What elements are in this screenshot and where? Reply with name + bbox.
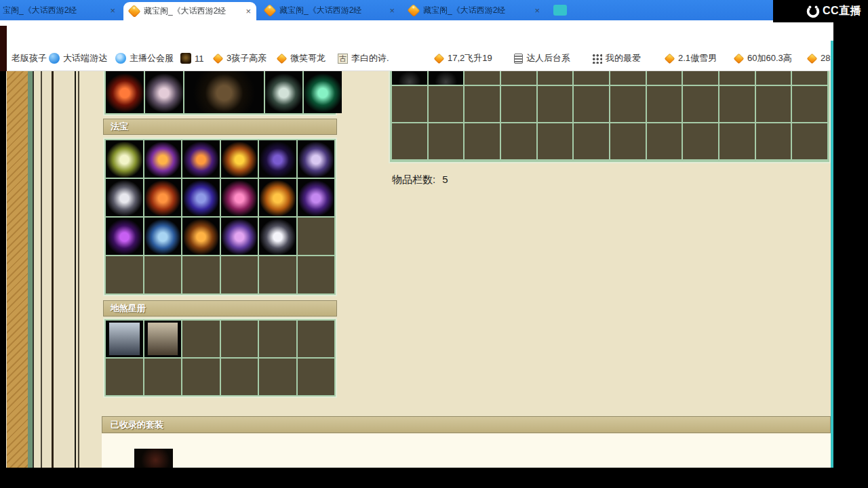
fabao-item-golden-bloom[interactable] xyxy=(259,179,296,216)
empty-slot xyxy=(465,123,500,159)
bookmark-label: 大话端游达 xyxy=(63,52,107,64)
equip-item-jeweled-boots[interactable] xyxy=(145,71,183,113)
bookmark-item[interactable]: 17,2飞升19 xyxy=(434,46,492,70)
doc-grey-icon xyxy=(514,54,523,64)
empty-slot xyxy=(719,86,755,122)
bookmark-item[interactable]: 微笑哥龙 xyxy=(277,46,326,70)
empty-slot xyxy=(574,123,609,159)
golden-flame-pillar-icon xyxy=(221,140,258,178)
fabao-item-azure-scroll[interactable] xyxy=(182,179,220,216)
empty-slot xyxy=(182,321,220,357)
fabao-item-amber-idol[interactable] xyxy=(182,218,220,255)
empty-slot xyxy=(792,86,827,122)
tab-title: 藏宝阁_《大话西游2经 xyxy=(144,5,241,17)
empty-slot xyxy=(429,86,464,122)
empty-slot xyxy=(144,256,182,293)
equip-item-dark-robe-figure[interactable] xyxy=(184,71,264,113)
bookmark-label: 微笑哥龙 xyxy=(290,52,326,64)
new-tab-button[interactable] xyxy=(553,5,567,16)
bookmark-label: 达人后台系 xyxy=(526,52,570,64)
empty-slot xyxy=(392,86,427,122)
empty-slot xyxy=(538,86,573,122)
bookmark-item[interactable]: 2.1傲雪男 xyxy=(665,46,717,70)
cbg-diamond-icon xyxy=(277,53,288,64)
page-border-strip xyxy=(54,71,75,468)
empty-slot xyxy=(538,123,573,159)
fabao-item-golden-flame-pillar[interactable] xyxy=(221,140,258,178)
fabao-item-flame-lute[interactable] xyxy=(182,140,220,178)
bookmark-item[interactable]: 60加60.3高 xyxy=(734,46,792,70)
jeweled-boots-icon xyxy=(145,71,183,113)
empty-slot xyxy=(298,359,335,395)
fabao-item-burning-tablet[interactable] xyxy=(144,140,182,178)
browser-toolbar: https://xy2.cbg.163.com/equip?s=19&eid=2… xyxy=(0,20,833,46)
disha-section-title: 地煞星册 xyxy=(111,303,146,313)
cbg-diamond-icon xyxy=(665,53,675,64)
equip-item-red-lantern-charm[interactable] xyxy=(106,71,144,113)
empty-slot xyxy=(465,71,500,85)
page-content: 法宝 地煞星册 物品栏数:5 已收录的套装 xyxy=(0,71,833,468)
close-tab-icon[interactable]: × xyxy=(245,6,251,16)
empty-slot xyxy=(574,71,609,85)
bookmark-label: 我的最爱 xyxy=(606,52,641,64)
empty-slot xyxy=(610,86,646,122)
bookmark-label: 主播公会服 xyxy=(130,52,174,64)
bookmark-item[interactable]: 大话端游达 xyxy=(49,46,107,70)
fabao-item-silver-mirror[interactable] xyxy=(259,218,296,255)
disha-section-header: 地煞星册 xyxy=(103,300,337,317)
fabao-item-silver-fan[interactable] xyxy=(106,179,143,216)
red-lantern-charm-icon xyxy=(106,71,144,113)
fabao-item-frost-gauntlet[interactable] xyxy=(144,218,182,255)
fabao-item-purple-whip[interactable] xyxy=(106,218,143,255)
burning-tablet-icon xyxy=(144,140,182,178)
bookmark-item[interactable]: 3孩子高亲 xyxy=(213,46,267,70)
gold-pattern-strip xyxy=(7,71,28,468)
fabao-item-blossom-wand[interactable] xyxy=(221,218,258,255)
close-tab-icon[interactable]: × xyxy=(534,5,540,16)
fabao-item-dark-ring-orb[interactable] xyxy=(259,140,296,178)
close-tab-icon[interactable]: × xyxy=(389,5,395,16)
equip-item-jade-orb[interactable] xyxy=(304,71,342,113)
bookmark-item[interactable]: 我的最爱 xyxy=(591,46,641,70)
cbg-diamond-icon xyxy=(734,53,745,64)
bookmark-item[interactable]: 主播公会服 xyxy=(115,46,174,70)
bookmark-label: 老版孩子 xyxy=(12,52,47,64)
fabao-item-flame-bell[interactable] xyxy=(144,179,182,216)
empty-slot xyxy=(501,86,536,122)
close-tab-icon[interactable]: × xyxy=(110,5,115,16)
fabao-item-rosy-lantern[interactable] xyxy=(221,179,258,216)
right-black-panel xyxy=(833,0,868,488)
fabao-item-spirit-claw[interactable] xyxy=(298,140,335,178)
tab-cbg-1[interactable]: 宝阁_《大话西游2经 × xyxy=(0,1,121,19)
bookmark-label: 2.1傲雪男 xyxy=(678,52,717,64)
bookmark-item[interactable]: 古李白的诗. xyxy=(338,46,389,70)
silver-mirror-icon xyxy=(259,218,296,255)
fabao-item-glowing-tome[interactable] xyxy=(106,140,143,178)
cbg-diamond-icon xyxy=(434,53,445,64)
tab-cbg-2-active[interactable]: 藏宝阁_《大话西游2经 × xyxy=(123,2,256,20)
bookmark-item[interactable]: 11 xyxy=(180,46,204,70)
empty-slot xyxy=(392,123,427,159)
disha-star-card-warrior-2[interactable] xyxy=(144,321,182,357)
inventory-item[interactable] xyxy=(392,71,427,85)
item-count-label: 物品栏数: xyxy=(392,174,435,185)
inventory-item[interactable] xyxy=(429,71,464,85)
flame-lute-icon xyxy=(182,140,220,178)
set-item-thumbnail[interactable] xyxy=(134,449,173,468)
disha-star-card-warrior-1[interactable] xyxy=(106,321,143,357)
fabao-item-violet-harp[interactable] xyxy=(298,179,335,216)
dark-robe-figure-icon xyxy=(184,71,264,113)
empty-slot xyxy=(538,71,573,85)
flame-bell-icon xyxy=(144,179,182,216)
cc-live-logo: CC直播 xyxy=(806,3,861,18)
empty-slot xyxy=(647,86,682,122)
blossom-wand-icon xyxy=(221,218,258,255)
equip-item-jade-belt[interactable] xyxy=(265,71,302,113)
bookmark-item[interactable]: 达人后台系 xyxy=(514,46,570,70)
bookmark-item[interactable]: 老版孩子 xyxy=(8,46,47,70)
tab-cbg-4[interactable]: 藏宝阁_《大话西游2经 × xyxy=(403,1,545,19)
sets-section-header: 已收录的套装 xyxy=(102,416,831,433)
page-border-strip xyxy=(42,71,52,468)
tab-cbg-3[interactable]: 藏宝阁_《大话西游2经 × xyxy=(259,1,400,19)
rosy-lantern-icon xyxy=(221,179,258,216)
